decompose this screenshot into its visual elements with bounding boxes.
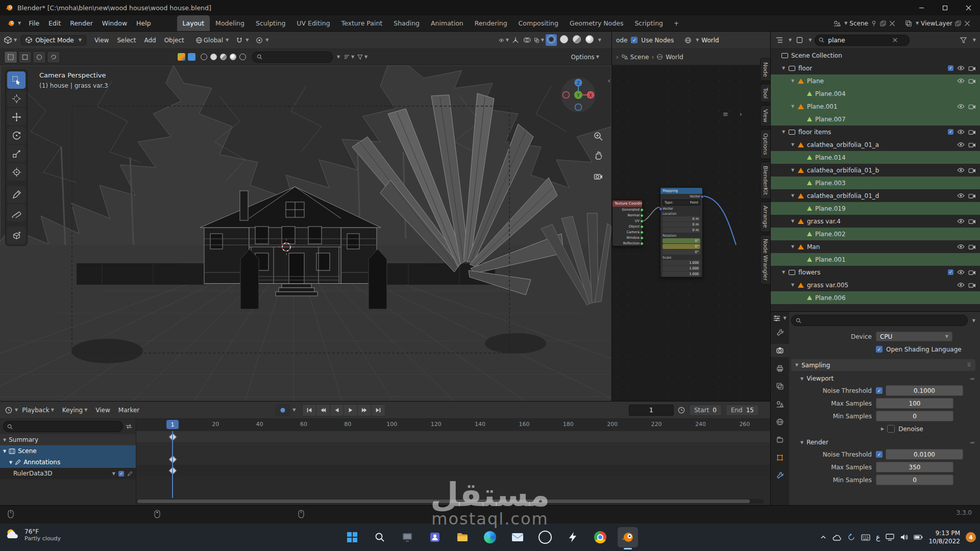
battery-icon[interactable] <box>914 535 923 540</box>
hide-eye-icon[interactable] <box>957 269 965 275</box>
file-explorer-button[interactable] <box>452 527 473 547</box>
frame-start-field[interactable]: Start 0 <box>689 405 722 416</box>
node-output-socket[interactable]: Object <box>612 223 642 229</box>
outliner-row[interactable]: ▼ floor ✓ <box>771 62 980 74</box>
topbar-menu-item[interactable]: Window <box>97 15 132 32</box>
tab-world[interactable] <box>772 415 788 429</box>
display-mode-3-icon[interactable] <box>220 54 227 60</box>
outliner-row[interactable]: ▼ calathea_orbifolia_01_a ✓ <box>771 138 980 151</box>
sampling-section-header[interactable]: ▼ Sampling ⠿ <box>791 359 975 371</box>
view-menu[interactable]: View <box>91 407 114 414</box>
outliner-row[interactable]: ▼ calathea_orbifolia_01_b ✓ <box>771 164 980 177</box>
tray-chevron-up-icon[interactable] <box>820 534 827 541</box>
camera-visibility-icon[interactable] <box>968 104 976 109</box>
shading-rendered-button[interactable] <box>584 34 595 46</box>
workspace-tab[interactable]: Scripting <box>629 15 669 31</box>
select-mode-box[interactable] <box>18 51 32 63</box>
sidebar-tab[interactable]: Options <box>760 129 770 159</box>
annotate-tool[interactable] <box>7 186 26 203</box>
marker-menu[interactable]: Marker <box>114 407 143 414</box>
outliner-row[interactable]: Plane.014 ✓ <box>771 151 980 164</box>
blender-app-menu[interactable]: ▼ <box>4 19 24 27</box>
camera-visibility-icon[interactable] <box>968 129 976 135</box>
denoise-expand-arrow[interactable]: ▶ <box>881 427 884 431</box>
viewport-menu-item[interactable]: Select <box>113 37 140 44</box>
node-output-socket[interactable]: Generated <box>612 207 642 212</box>
node-output-socket[interactable]: Window <box>612 235 642 240</box>
notification-badge[interactable]: 4 <box>966 532 976 542</box>
sidebar-tab[interactable]: Node Wrangler <box>760 235 770 285</box>
hamburger-menu-icon[interactable]: ≡ <box>723 110 728 118</box>
property-value-field[interactable]: 0.0100 <box>886 449 963 460</box>
sidebar-toggle-icon[interactable]: ‹ <box>607 77 610 85</box>
clock-widget[interactable]: 9:13 PM 10/8/2022 <box>928 529 960 545</box>
outliner-row[interactable]: ▼ grass var.005 ✓ <box>771 279 980 291</box>
proportional-edit-dropdown[interactable]: ▼ <box>256 37 268 44</box>
filter-funnel-icon[interactable]: ▼ <box>357 53 368 62</box>
timeline-scrollbar[interactable] <box>136 499 764 504</box>
snapping-dropdown[interactable]: ▼ <box>236 37 249 44</box>
outliner-row[interactable]: Scene Collection ✓ <box>771 49 980 62</box>
visibility-dropdown[interactable]: ▼ <box>499 36 509 45</box>
channel-annotations[interactable]: ▼ Annotations <box>0 457 136 468</box>
hide-eye-icon[interactable] <box>957 142 965 147</box>
outliner-row[interactable]: ▼ Plane.001 ✓ <box>771 100 980 113</box>
workspace-tab[interactable]: Modeling <box>210 15 250 31</box>
workspace-tab[interactable]: Texture Paint <box>336 15 388 31</box>
disclosure-arrow[interactable]: ▼ <box>782 130 789 134</box>
remove-icon[interactable] <box>964 20 971 27</box>
tab-render[interactable] <box>771 344 789 357</box>
options-dropdown[interactable]: Options ▼ <box>571 54 599 61</box>
copy-icon[interactable] <box>954 20 962 27</box>
disclosure-arrow[interactable]: ▼ <box>782 66 789 70</box>
channel-search-field[interactable] <box>3 421 123 432</box>
viewport-menu-item[interactable]: Object <box>160 37 188 44</box>
transform-orientation-dropdown[interactable]: Global ▼ <box>195 37 229 44</box>
render-subsection-header[interactable]: ▼ Render ≔ <box>791 437 975 448</box>
outliner-row[interactable]: Plane.004 ✓ <box>771 87 980 100</box>
auto-key-record-button[interactable] <box>276 404 290 416</box>
properties-search-field[interactable] <box>791 315 968 326</box>
hide-eye-icon[interactable] <box>957 78 965 84</box>
cursor-tool[interactable] <box>7 90 26 107</box>
playhead-frame-badge[interactable]: 1 <box>166 420 179 429</box>
maximize-button[interactable] <box>933 0 957 15</box>
teams-button[interactable] <box>425 527 445 547</box>
shading-wireframe-button[interactable] <box>546 34 557 46</box>
shading-dropdown[interactable]: ▼ <box>598 38 601 42</box>
camera-view-button[interactable] <box>592 169 605 183</box>
node-output-socket[interactable]: Reflection <box>612 240 642 246</box>
hide-eye-icon[interactable] <box>957 218 965 224</box>
frame-end-field[interactable]: End 15 <box>726 405 759 416</box>
collection-checkbox[interactable]: ✓ <box>948 269 953 275</box>
sidebar-tab[interactable]: Arrange <box>760 202 770 232</box>
property-checkbox[interactable]: ✓ <box>876 387 883 394</box>
keyboard-layout-icon[interactable] <box>861 534 870 541</box>
jump-to-start-button[interactable] <box>302 404 316 416</box>
outliner-search-input[interactable] <box>827 36 890 44</box>
hide-eye-icon[interactable] <box>957 193 965 198</box>
node-input-socket[interactable]: Vector <box>660 206 702 211</box>
rotate-tool[interactable] <box>7 127 26 144</box>
show-overlays-icon[interactable] <box>522 36 532 45</box>
chevron-down-icon[interactable]: ▼ <box>112 471 115 476</box>
disclosure-arrow[interactable]: ▼ <box>791 244 798 249</box>
texture-coordinate-node[interactable]: Texture Coordinate Generated Normal UV <box>612 200 643 246</box>
unlink-icon[interactable] <box>889 20 896 27</box>
measure-tool[interactable] <box>7 204 26 221</box>
dopesheet-keyframe-area[interactable] <box>136 431 770 505</box>
scrollbar-thumb[interactable] <box>137 499 750 503</box>
viewport-menu-item[interactable]: View <box>90 37 113 44</box>
camera-visibility-icon[interactable] <box>968 78 976 84</box>
tab-scene[interactable] <box>772 397 788 411</box>
pin-icon[interactable] <box>870 20 877 27</box>
select-mode-circle[interactable] <box>33 51 46 63</box>
mapping-value-group[interactable]: Rotation 0° 0° 0° <box>660 233 702 255</box>
start-button[interactable] <box>342 527 362 547</box>
disclosure-arrow[interactable]: ▼ <box>791 168 798 172</box>
property-checkbox[interactable]: ✓ <box>876 451 883 458</box>
camera-visibility-icon[interactable] <box>968 167 976 173</box>
editor-type-icon[interactable] <box>3 36 12 44</box>
onedrive-icon[interactable] <box>832 534 842 541</box>
copy-icon[interactable] <box>879 20 887 27</box>
